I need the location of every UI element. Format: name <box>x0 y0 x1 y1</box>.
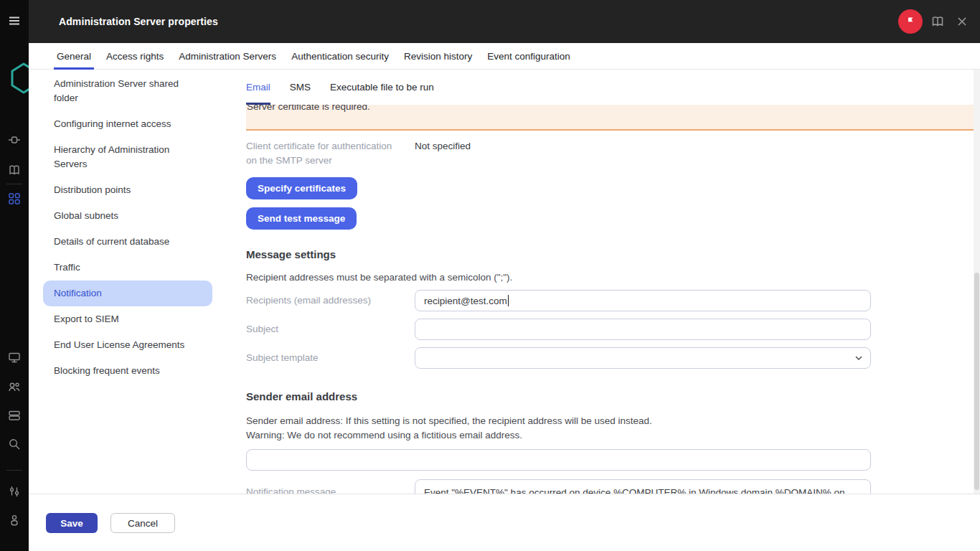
sidebar-item-eula[interactable]: End User License Agreements <box>43 332 212 358</box>
dialog-tabbar: General Access rights Administration Ser… <box>29 43 980 70</box>
content-scroll-area: Email SMS Executable file to be run Serv… <box>246 70 974 494</box>
sender-email-heading: Sender email address <box>246 390 974 402</box>
tab-event-configuration[interactable]: Event configuration <box>487 43 570 69</box>
recipients-input[interactable]: recipient@test.com <box>415 290 871 311</box>
certificate-warning-banner: Server certificate is required. <box>246 105 974 131</box>
rail-divider <box>6 470 22 471</box>
specify-certificates-button[interactable]: Specify certificates <box>246 177 357 199</box>
menu-icon[interactable] <box>8 14 21 27</box>
notification-message-textarea[interactable]: Event "%EVENT%" has occurred on device %… <box>415 479 871 494</box>
storage-icon[interactable] <box>8 409 21 422</box>
sidebar-item-current-database[interactable]: Details of current database <box>43 229 212 255</box>
account-icon[interactable] <box>8 514 21 527</box>
subject-template-label: Subject template <box>246 351 415 365</box>
recipients-hint: Recipient addresses must be separated wi… <box>246 272 974 283</box>
sidebar-item-notification[interactable]: Notification <box>43 281 212 306</box>
subject-input[interactable] <box>415 319 871 340</box>
message-settings-heading: Message settings <box>246 248 974 260</box>
settings-sidebar: Administration Server shared folder Conf… <box>43 71 246 494</box>
client-certificate-row: Client certificate for authentication on… <box>246 139 974 168</box>
kaspersky-logo <box>10 62 29 95</box>
banner-text: Server certificate is required. <box>247 105 974 114</box>
recipients-label: Recipients (email addresses) <box>246 293 415 308</box>
sender-email-description: Sender email address: If this setting is… <box>246 414 974 443</box>
recipients-row: Recipients (email addresses) recipient@t… <box>246 290 974 311</box>
flag-icon[interactable] <box>898 9 923 34</box>
sidebar-item-global-subnets[interactable]: Global subnets <box>43 203 212 229</box>
sidebar-item-internet-access[interactable]: Configuring internet access <box>43 111 212 137</box>
tab-authentication-security[interactable]: Authentication security <box>291 43 389 69</box>
notification-subtabs: Email SMS Executable file to be run <box>246 70 974 105</box>
rail-divider <box>6 184 22 184</box>
left-nav-rail <box>0 0 29 551</box>
recipients-value: recipient@test.com <box>424 296 507 306</box>
client-certificate-label: Client certificate for authentication on… <box>246 139 415 168</box>
dialog-footer: Save Cancel <box>29 494 980 551</box>
close-icon[interactable] <box>950 9 974 34</box>
client-certificate-value: Not specified <box>415 139 471 168</box>
subtab-email[interactable]: Email <box>246 70 270 105</box>
tab-general[interactable]: General <box>57 43 91 69</box>
subject-template-select[interactable] <box>415 347 871 369</box>
help-book-icon[interactable] <box>925 9 950 34</box>
send-test-message-button[interactable]: Send test message <box>246 207 357 230</box>
sidebar-item-distribution-points[interactable]: Distribution points <box>43 177 212 203</box>
users-icon[interactable] <box>8 380 21 393</box>
sidebar-item-traffic[interactable]: Traffic <box>43 255 212 281</box>
subtab-sms[interactable]: SMS <box>290 70 311 105</box>
search-icon[interactable] <box>8 438 21 451</box>
book-icon[interactable] <box>8 164 21 176</box>
devices-icon[interactable] <box>8 351 21 364</box>
sidebar-item-hierarchy[interactable]: Hierarchy of Administration Servers <box>43 137 212 177</box>
sidebar-item-blocking-frequent-events[interactable]: Blocking frequent events <box>43 358 212 384</box>
notification-message-label: Notification message <box>246 485 415 494</box>
apps-grid-icon[interactable] <box>8 192 21 205</box>
subject-row: Subject <box>246 319 974 340</box>
dialog-titlebar: Administration Server properties <box>29 0 980 43</box>
subject-template-row: Subject template <box>246 347 974 369</box>
tab-access-rights[interactable]: Access rights <box>106 43 164 69</box>
subject-label: Subject <box>246 322 415 336</box>
cancel-button[interactable]: Cancel <box>110 513 175 533</box>
console-settings-icon[interactable] <box>8 485 21 498</box>
vertical-scrollbar[interactable] <box>974 70 980 494</box>
sender-description-line2: Warning: We do not recommend using a fic… <box>246 428 974 443</box>
dialog-title: Administration Server properties <box>59 0 218 43</box>
sidebar-item-export-to-siem[interactable]: Export to SIEM <box>43 306 212 332</box>
sender-email-input[interactable] <box>246 449 871 471</box>
tab-revision-history[interactable]: Revision history <box>404 43 472 69</box>
notification-message-row: Notification message Event "%EVENT%" has… <box>246 479 974 494</box>
text-caret <box>508 295 509 306</box>
subtab-executable-file[interactable]: Executable file to be run <box>330 70 434 105</box>
sender-description-line1: Sender email address: If this setting is… <box>246 414 974 428</box>
tab-administration-servers[interactable]: Administration Servers <box>179 43 276 69</box>
scrollbar-thumb[interactable] <box>974 273 979 490</box>
connection-icon[interactable] <box>8 133 21 146</box>
save-button[interactable]: Save <box>46 513 98 533</box>
sidebar-item-shared-folder[interactable]: Administration Server shared folder <box>43 71 212 111</box>
